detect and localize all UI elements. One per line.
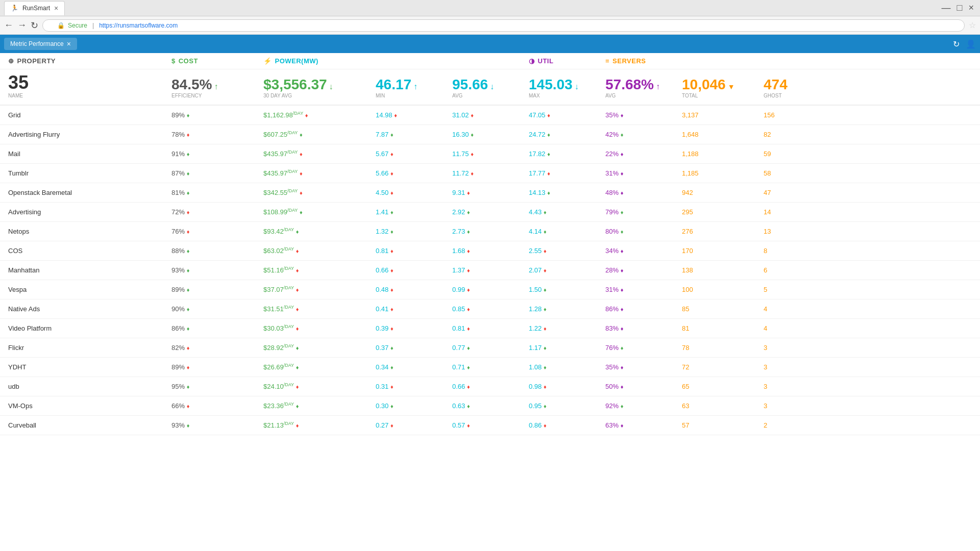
table-row[interactable]: Mail 91% ♦ $435.97/DAY ♦ 5.67 ♦ 11.75 ♦ … <box>0 144 980 164</box>
util-label: AVG <box>605 93 682 98</box>
table-row[interactable]: Video Platform 86% ♦ $30.03/DAY ♦ 0.39 ♦… <box>0 319 980 338</box>
cell-power-avg: 0.81 ♦ <box>452 324 529 332</box>
summary-power-min-cell: 46.17 ↑ MIN <box>376 78 452 98</box>
tab-close-button[interactable]: × <box>54 4 58 12</box>
table-row[interactable]: Manhattan 93% ♦ $51.16/DAY ♦ 0.66 ♦ 1.37… <box>0 261 980 280</box>
table-row[interactable]: udb 95% ♦ $24.10/DAY ♦ 0.31 ♦ 0.66 ♦ 0.9… <box>0 377 980 396</box>
table-row[interactable]: YDHT 89% ♦ $26.69/DAY ♦ 0.34 ♦ 0.71 ♦ 1.… <box>0 358 980 377</box>
forward-button[interactable]: → <box>17 20 27 31</box>
cell-name: Advertising <box>8 208 172 216</box>
cell-cost: $21.13/DAY ♦ <box>263 421 376 429</box>
cell-power-min: 1.41 ♦ <box>376 208 452 216</box>
power-max-label: MAX <box>529 93 605 98</box>
table-row[interactable]: Advertising Flurry 78% ♦ $607.25/DAY ♦ 7… <box>0 125 980 144</box>
cell-power-avg: 1.37 ♦ <box>452 266 529 274</box>
cell-efficiency: 89% ♦ <box>172 363 263 371</box>
cell-total: 81 <box>682 324 764 332</box>
globe-icon: ⊕ <box>8 57 14 65</box>
cell-power-avg: 9.31 ♦ <box>452 189 529 196</box>
cell-name: Flickr <box>8 344 172 352</box>
table-row[interactable]: Grid 89% ♦ $1,162.98/DAY ♦ 14.98 ♦ 31.02… <box>0 106 980 125</box>
table-row[interactable]: Openstack Baremetal 81% ♦ $342.55/DAY ♦ … <box>0 183 980 203</box>
cell-power-min: 7.87 ♦ <box>376 131 452 138</box>
cell-power-max: 0.86 ♦ <box>529 421 605 429</box>
cell-ghost: 3 <box>764 363 825 371</box>
cell-name: udb <box>8 383 172 390</box>
cell-name: Curveball <box>8 421 172 429</box>
cell-power-max: 4.14 ♦ <box>529 228 605 235</box>
bookmark-icon[interactable]: ☆ <box>969 20 976 30</box>
minimize-button[interactable]: — <box>940 3 953 13</box>
back-button[interactable]: ← <box>4 20 13 31</box>
app-tab-label: Metric Performance <box>10 40 64 47</box>
reload-button[interactable]: ↻ <box>31 20 38 31</box>
cell-power-min: 1.32 ♦ <box>376 228 452 235</box>
power-avg-label: AVG <box>452 93 529 98</box>
cell-total: 170 <box>682 247 764 255</box>
cell-efficiency: 87% ♦ <box>172 169 263 177</box>
data-table: Grid 89% ♦ $1,162.98/DAY ♦ 14.98 ♦ 31.02… <box>0 106 980 435</box>
table-row[interactable]: Advertising 72% ♦ $108.99/DAY ♦ 1.41 ♦ 2… <box>0 203 980 222</box>
cell-power-min: 5.67 ♦ <box>376 150 452 158</box>
cell-efficiency: 93% ♦ <box>172 421 263 429</box>
cell-ghost: 4 <box>764 305 825 313</box>
browser-tab[interactable]: 🏃 RunSmart × <box>4 1 65 15</box>
summary-count-cell: 35 NAME <box>8 73 172 98</box>
cell-power-max: 24.72 ♦ <box>529 131 605 138</box>
count-label: NAME <box>8 93 172 98</box>
user-icon[interactable]: 👤 <box>966 39 976 49</box>
cell-name: COS <box>8 247 172 255</box>
summary-util-cell: 57.68% ↑ AVG <box>605 78 682 98</box>
table-row[interactable]: COS 88% ♦ $63.02/DAY ♦ 0.81 ♦ 1.68 ♦ 2.5… <box>0 241 980 261</box>
close-window-button[interactable]: × <box>966 3 976 13</box>
table-row[interactable]: Tumblr 87% ♦ $435.97/DAY ♦ 5.66 ♦ 11.72 … <box>0 164 980 183</box>
cell-cost: $28.92/DAY ♦ <box>263 343 376 352</box>
cell-name: Tumblr <box>8 169 172 177</box>
table-row[interactable]: Netops 76% ♦ $93.42/DAY ♦ 1.32 ♦ 2.73 ♦ … <box>0 222 980 241</box>
cell-util: 31% ♦ <box>605 169 682 177</box>
cell-efficiency: 93% ♦ <box>172 266 263 274</box>
cell-ghost: 3 <box>764 383 825 390</box>
cell-util: 83% ♦ <box>605 324 682 332</box>
cell-power-min: 0.81 ♦ <box>376 247 452 255</box>
cell-name: Vespa <box>8 286 172 293</box>
summary-cost-cell: $3,556.37 ↓ 30 DAY AVG <box>263 78 376 98</box>
app-tab-close-button[interactable]: × <box>67 40 71 48</box>
cell-cost: $435.97/DAY ♦ <box>263 169 376 177</box>
cell-efficiency: 89% ♦ <box>172 286 263 293</box>
cell-power-max: 17.82 ♦ <box>529 150 605 158</box>
cell-ghost: 8 <box>764 247 825 255</box>
lightning-icon: ⚡ <box>263 57 272 65</box>
cell-name: Netops <box>8 228 172 235</box>
cell-ghost: 2 <box>764 421 825 429</box>
cell-ghost: 5 <box>764 286 825 293</box>
menu-icon: ≡ <box>605 57 609 65</box>
table-row[interactable]: Curveball 93% ♦ $21.13/DAY ♦ 0.27 ♦ 0.57… <box>0 416 980 435</box>
app-tab-metric-performance[interactable]: Metric Performance × <box>4 38 77 50</box>
table-row[interactable]: VM-Ops 66% ♦ $23.36/DAY ♦ 0.30 ♦ 0.63 ♦ … <box>0 396 980 416</box>
window-controls: — □ × <box>940 3 976 13</box>
total-sort-icon[interactable]: ▼ <box>728 83 735 91</box>
cell-util: 63% ♦ <box>605 421 682 429</box>
power-avg-arrow: ↓ <box>490 82 494 91</box>
table-row[interactable]: Native Ads 90% ♦ $31.51/DAY ♦ 0.41 ♦ 0.8… <box>0 299 980 319</box>
maximize-button[interactable]: □ <box>955 3 965 13</box>
summary-power-avg: 95.66 <box>452 78 488 92</box>
secure-label: Secure <box>68 22 87 29</box>
summary-efficiency-cell: 84.5% ↑ EFFICIENCY <box>172 78 263 98</box>
cell-power-avg: 11.75 ♦ <box>452 150 529 158</box>
url-display: https://runsmartsoflware.com <box>99 22 178 29</box>
cell-power-max: 0.95 ♦ <box>529 402 605 410</box>
table-row[interactable]: Flickr 82% ♦ $28.92/DAY ♦ 0.37 ♦ 0.77 ♦ … <box>0 338 980 358</box>
tab-title: RunSmart <box>22 5 50 12</box>
browser-titlebar: 🏃 RunSmart × — □ × <box>0 0 980 16</box>
refresh-icon[interactable]: ↻ <box>953 39 960 49</box>
cell-name: Manhattan <box>8 266 172 274</box>
total-label: TOTAL <box>682 93 764 98</box>
address-bar[interactable]: 🔒 Secure | https://runsmartsoflware.com <box>42 19 965 32</box>
cell-util: 34% ♦ <box>605 247 682 255</box>
servers-header: ≡ SERVERS <box>605 57 764 65</box>
cell-power-max: 4.43 ♦ <box>529 208 605 216</box>
table-row[interactable]: Vespa 89% ♦ $37.07/DAY ♦ 0.48 ♦ 0.99 ♦ 1… <box>0 280 980 299</box>
cell-efficiency: 86% ♦ <box>172 324 263 332</box>
